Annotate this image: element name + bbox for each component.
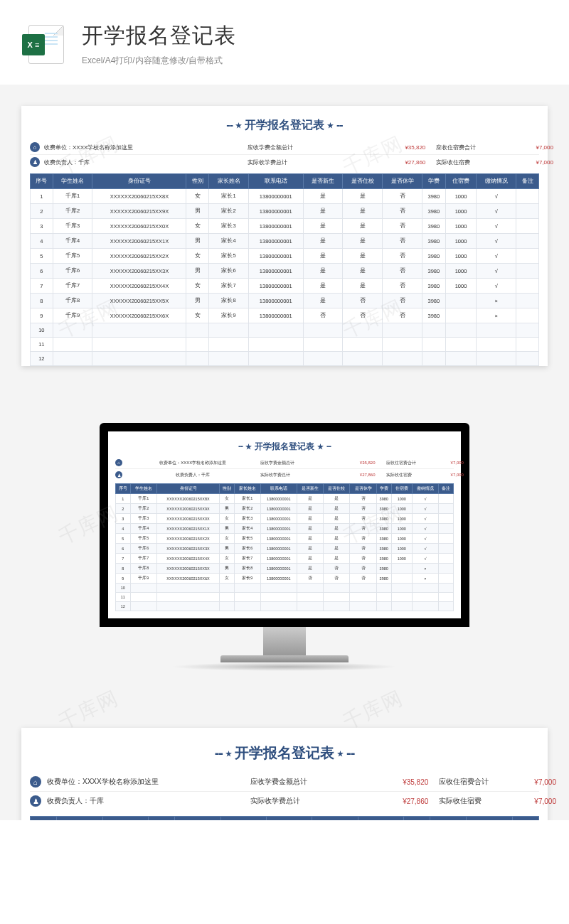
home-icon: ⌂ (30, 142, 40, 152)
cell-id (157, 593, 220, 602)
col-header: 是否休学 (383, 174, 422, 189)
cell-dormfee: 1000 (445, 189, 477, 204)
cell-dormfee: 1000 (391, 524, 412, 534)
monitor-shadow (171, 662, 398, 671)
table-row: 2千库2XXXXXX20060215XX9X男家长213800000001是是否… (31, 204, 539, 219)
col-header: 联系电话 (261, 484, 297, 494)
cell-leave: 否 (383, 279, 422, 294)
table-row: 3千库3XXXXXX20060215XX0X女家长313800000001是是否… (116, 514, 454, 524)
cell-id: XXXXXX20060215XX9X (92, 204, 186, 219)
cell-fee: 3980 (376, 544, 391, 554)
table-row: 9千库9XXXXXX20060215XX6X女家长913800000001否否否… (116, 574, 454, 584)
cell-no: 11 (116, 593, 131, 602)
cell-dorm: 是 (324, 504, 350, 514)
cell-parent (234, 593, 260, 602)
cell-no: 3 (31, 219, 53, 234)
cell-new (297, 584, 323, 593)
cell-phone: 13800000001 (261, 504, 297, 514)
table-row: 2千库2XXXXXX20060215XX9X男家长213800000001是是否… (116, 504, 454, 514)
cell-parent: 家长1 (209, 189, 249, 204)
table-row: 11 (116, 593, 454, 602)
cell-paid: √ (412, 524, 438, 534)
col-header: 学生姓名 (57, 817, 102, 821)
cell-note (516, 323, 539, 338)
cell-name: 千库3 (53, 219, 92, 234)
cell-dormfee (445, 352, 477, 366)
cell-no: 12 (31, 352, 53, 366)
cell-new (303, 323, 343, 338)
cell-fee (376, 602, 391, 611)
cell-id: XXXXXX20060215XX6X (157, 574, 220, 584)
cell-note (439, 574, 454, 584)
table-row: 8千库8XXXXXX20060215XX5X男家长813800000001是否否… (116, 564, 454, 574)
cell-dormfee: 1000 (445, 279, 477, 294)
cell-id: XXXXXX20060215XX0X (92, 219, 186, 234)
cell-sex: 女 (186, 308, 209, 323)
cell-new: 是 (297, 494, 323, 504)
cell-leave: 否 (383, 294, 422, 308)
table-row: 1千库1XXXXXX20060215XX8X女家长113800000001是是否… (116, 494, 454, 504)
col-header: 身份证号 (92, 174, 186, 189)
table-row: 3千库3XXXXXX20060215XX0X女家长313800000001是是否… (31, 219, 539, 234)
page-title: 开学报名登记表 (82, 21, 236, 50)
cell-paid: √ (477, 189, 516, 204)
cell-dormfee (445, 308, 477, 323)
cell-new: 否 (297, 574, 323, 584)
cell-paid: √ (477, 234, 516, 249)
cell-fee: 3980 (422, 219, 445, 234)
col-header: 序号 (31, 817, 57, 821)
cell-dormfee: 1000 (445, 264, 477, 279)
cell-sex: 女 (219, 494, 234, 504)
cell-note (516, 204, 539, 219)
cell-fee: 3980 (422, 234, 445, 249)
cell-parent (209, 338, 249, 352)
cell-phone: 13800000001 (261, 514, 297, 524)
cell-leave (350, 584, 376, 593)
cell-sex (186, 352, 209, 366)
table-row: 7千库7XXXXXX20060215XX4X女家长713800000001是是否… (116, 554, 454, 564)
monitor-screen: --★开学报名登记表★--⌂收费单位：XXXX学校名称添加这里应收学费金额总计¥… (100, 423, 469, 627)
cell-no: 4 (31, 234, 53, 249)
cell-note (439, 554, 454, 564)
cell-id: XXXXXX20060215XX9X (157, 504, 220, 514)
cell-phone (261, 593, 297, 602)
cell-name (53, 338, 92, 352)
cell-parent (234, 584, 260, 593)
cell-dorm (343, 352, 383, 366)
cell-id: XXXXXX20060215XX5X (157, 564, 220, 574)
cell-id: XXXXXX20060215XX1X (157, 524, 220, 534)
cell-dormfee (391, 564, 412, 574)
cell-fee (376, 593, 391, 602)
cell-note (516, 219, 539, 234)
cell-paid: √ (477, 204, 516, 219)
monitor-mockup-section: --★开学报名登记表★--⌂收费单位：XXXX学校名称添加这里应收学费金额总计¥… (0, 394, 569, 714)
cell-new (303, 352, 343, 366)
cell-no: 2 (116, 504, 131, 514)
cell-dormfee: 1000 (391, 494, 412, 504)
col-header: 性别 (149, 817, 175, 821)
cell-dorm: 否 (324, 574, 350, 584)
cell-note (516, 189, 539, 204)
cell-sex: 男 (219, 564, 234, 574)
cell-dorm: 是 (324, 514, 350, 524)
cell-phone: 13800000001 (261, 524, 297, 534)
col-header: 是否新生 (267, 817, 312, 821)
cell-dorm (343, 338, 383, 352)
cell-phone: 13800000001 (248, 264, 303, 279)
cell-id: XXXXXX20060215XX8X (92, 189, 186, 204)
cell-note (516, 308, 539, 323)
cell-id (92, 338, 186, 352)
cell-leave: 否 (383, 219, 422, 234)
cell-phone: 13800000001 (261, 554, 297, 564)
cell-sex (186, 323, 209, 338)
cell-dorm: 是 (343, 279, 383, 294)
cell-parent: 家长4 (234, 524, 260, 534)
person-icon: ♟ (30, 795, 41, 807)
cell-parent: 家长4 (209, 234, 249, 249)
cell-leave: 否 (350, 504, 376, 514)
cell-leave: 否 (383, 204, 422, 219)
cell-no: 10 (116, 584, 131, 593)
cell-sex: 女 (219, 534, 234, 544)
cell-phone: 13800000001 (248, 249, 303, 264)
cell-fee: 3980 (376, 564, 391, 574)
